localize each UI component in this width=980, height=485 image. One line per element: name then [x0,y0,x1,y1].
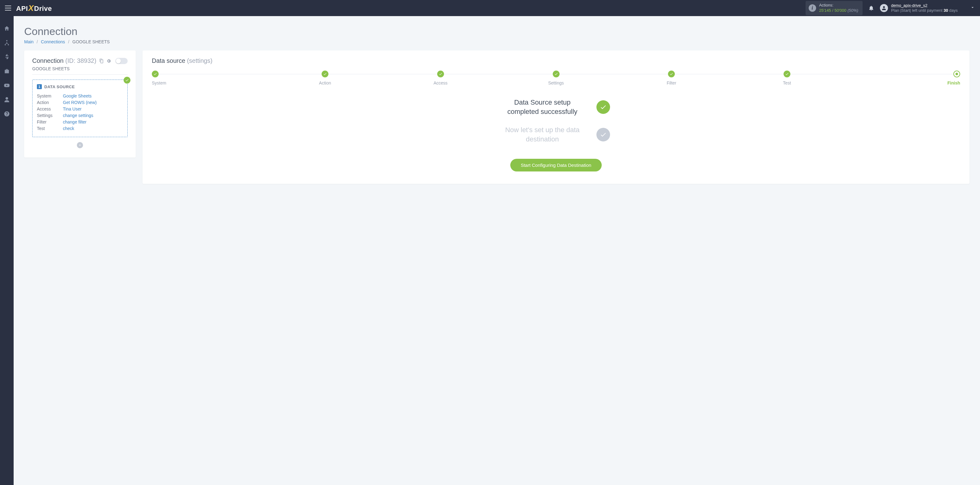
gear-icon[interactable] [106,59,111,63]
avatar-icon [880,4,888,12]
ds-row-test: Testcheck [37,125,123,132]
bell-icon[interactable] [868,5,874,11]
data-source-check-icon [124,77,130,84]
step-test[interactable]: Test [729,71,845,86]
start-configuring-button[interactable]: Start Configuring Data Destination [510,159,602,171]
connection-title: Connection (ID: 38932) [32,57,96,64]
step-finish[interactable]: Finish [845,71,960,86]
status-next: Now let's set up the data destination [152,125,960,144]
actions-box[interactable]: i Actions: 25'145 / 50'000 (50%) [805,1,862,15]
data-source-number: 1 [37,84,42,89]
step-filter[interactable]: Filter [614,71,729,86]
breadcrumb-current: GOOGLE SHEETS [73,39,110,44]
actions-used: 25'145 [819,8,831,13]
actions-pct: (50%) [847,8,858,13]
data-source-label: DATA SOURCE [44,84,75,89]
youtube-icon[interactable] [4,82,10,89]
user-name: demo_apix-drive_s2 [891,3,958,8]
stepper: System Action Access Settings Filter Tes… [152,71,960,86]
connection-card: Connection (ID: 38932) GOOGLE SHEETS 1 D… [24,51,136,157]
add-destination-button[interactable] [77,142,83,148]
logo-api: API [16,5,28,13]
ds-row-action: ActionGet ROWS (new) [37,99,123,106]
logo[interactable]: API X Drive [16,3,52,13]
copy-icon[interactable] [99,59,104,63]
account-icon[interactable] [4,97,10,103]
breadcrumb: Main / Connections / GOOGLE SHEETS [24,39,969,44]
billing-icon[interactable] [4,54,10,60]
actions-text: Actions: 25'145 / 50'000 (50%) [819,3,858,13]
status-success-text: Data Source setup completed successfully [502,98,583,116]
main-card: Data source (settings) System Action Acc… [143,51,969,184]
data-source-box[interactable]: 1 DATA SOURCE SystemGoogle Sheets Action… [32,79,128,137]
ds-row-system: SystemGoogle Sheets [37,93,123,99]
logo-drive: Drive [34,5,52,13]
check-ok-icon [597,100,610,114]
page-title: Connection [24,25,969,38]
ds-row-access: AccessTina User [37,106,123,113]
breadcrumb-main[interactable]: Main [24,39,33,44]
topbar: API X Drive i Actions: 25'145 / 50'000 (… [0,0,980,16]
logo-x: X [28,3,34,13]
actions-total: 50'000 [834,8,846,13]
actions-sep: / [831,8,834,13]
connection-subtitle: GOOGLE SHEETS [32,66,128,74]
content: Connection Main / Connections / GOOGLE S… [14,16,980,485]
ds-row-filter: Filterchange filter [37,119,123,125]
help-icon[interactable] [4,111,10,117]
ds-row-settings: Settingschange settings [37,113,123,119]
step-action[interactable]: Action [267,71,383,86]
actions-label: Actions: [819,3,858,8]
sidebar [0,16,14,485]
breadcrumb-connections[interactable]: Connections [41,39,65,44]
user-plan: Plan |Start| left until payment 30 days [891,8,958,13]
home-icon[interactable] [4,25,10,32]
info-icon: i [809,4,816,12]
main-title: Data source (settings) [152,57,960,64]
connections-icon[interactable] [4,40,10,46]
status-success: Data Source setup completed successfully [152,98,960,116]
check-muted-icon [597,128,610,141]
enable-toggle[interactable] [115,58,128,64]
step-system[interactable]: System [152,71,267,86]
status-next-text: Now let's set up the data destination [502,125,583,144]
step-settings[interactable]: Settings [498,71,614,86]
briefcase-icon[interactable] [4,68,10,74]
chevron-down-icon[interactable] [958,5,975,11]
step-access[interactable]: Access [383,71,498,86]
user-block[interactable]: demo_apix-drive_s2 Plan |Start| left unt… [880,3,958,13]
menu-icon[interactable] [5,6,11,11]
